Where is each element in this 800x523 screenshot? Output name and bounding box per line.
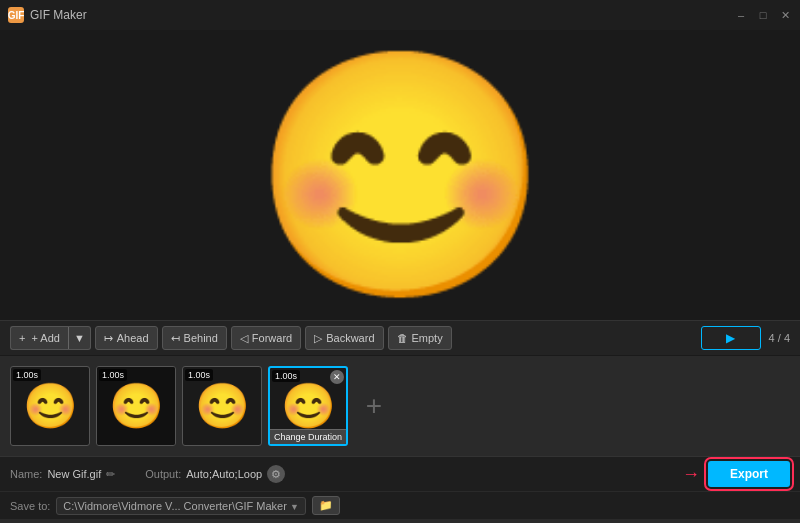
forward-button[interactable]: ◁ Forward — [231, 326, 301, 350]
behind-button[interactable]: ↤ Behind — [162, 326, 227, 350]
frame-3[interactable]: 1.00s 😊 — [182, 366, 262, 446]
trash-icon: 🗑 — [397, 332, 408, 344]
title-bar: GIF GIF Maker – □ ✕ — [0, 0, 800, 30]
empty-button[interactable]: 🗑 Empty — [388, 326, 452, 350]
add-group: + + Add ▼ — [10, 326, 91, 350]
settings-icon[interactable]: ⚙ — [267, 465, 285, 483]
save-bar: Save to: C:\Vidmore\Vidmore V... Convert… — [0, 491, 800, 519]
save-path: C:\Vidmore\Vidmore V... Converter\GIF Ma… — [56, 497, 306, 515]
ahead-button[interactable]: ↦ Ahead — [95, 326, 158, 350]
backward-button[interactable]: ▷ Backward — [305, 326, 383, 350]
play-area: ▶ 4 / 4 — [701, 326, 790, 350]
name-section: Name: New Gif.gif ✏ — [10, 468, 115, 481]
window-title: GIF Maker — [30, 8, 734, 22]
frame-1-duration: 1.00s — [13, 369, 41, 381]
frame-3-duration: 1.00s — [185, 369, 213, 381]
minimize-button[interactable]: – — [734, 8, 748, 22]
preview-area: 😊 — [0, 30, 800, 320]
preview-emoji: 😊 — [0, 30, 800, 320]
behind-icon: ↤ — [171, 332, 180, 345]
name-label: Name: — [10, 468, 42, 480]
frame-4[interactable]: 1.00s 😊 ✕ Change Duration — [268, 366, 348, 446]
forward-icon: ◁ — [240, 332, 248, 345]
output-label: Output: — [145, 468, 181, 480]
frame-2-duration: 1.00s — [99, 369, 127, 381]
frame-count: 4 / 4 — [769, 332, 790, 344]
name-value: New Gif.gif — [47, 468, 101, 480]
toolbar: + + Add ▼ ↦ Ahead ↤ Behind ◁ Forward ▷ B… — [0, 320, 800, 356]
add-frame-button[interactable]: + — [354, 366, 394, 446]
ahead-icon: ↦ — [104, 332, 113, 345]
frame-4-close-button[interactable]: ✕ — [330, 370, 344, 384]
timeline: 1.00s 😊 1.00s 😊 1.00s 😊 1.00s 😊 ✕ Change… — [0, 356, 800, 456]
add-arrow-icon: ▼ — [74, 332, 85, 344]
maximize-button[interactable]: □ — [756, 8, 770, 22]
save-path-arrow-icon: ▼ — [290, 502, 299, 512]
play-icon: ▶ — [726, 331, 735, 345]
close-button[interactable]: ✕ — [778, 8, 792, 22]
export-button[interactable]: Export — [708, 461, 790, 487]
frame-2[interactable]: 1.00s 😊 — [96, 366, 176, 446]
bottom-bar: Name: New Gif.gif ✏ Output: Auto;Auto;Lo… — [0, 456, 800, 491]
frame-4-duration: 1.00s — [272, 370, 300, 382]
play-button[interactable]: ▶ — [701, 326, 761, 350]
frame-1[interactable]: 1.00s 😊 — [10, 366, 90, 446]
output-section: Output: Auto;Auto;Loop ⚙ — [145, 465, 285, 483]
browse-folder-button[interactable]: 📁 — [312, 496, 340, 515]
folder-icon: 📁 — [319, 499, 333, 512]
app-icon: GIF — [8, 7, 24, 23]
window-controls: – □ ✕ — [734, 8, 792, 22]
add-dropdown-button[interactable]: ▼ — [69, 326, 91, 350]
edit-name-icon[interactable]: ✏ — [106, 468, 115, 481]
add-icon: + — [19, 332, 25, 344]
frame-4-tooltip: Change Duration — [268, 429, 348, 445]
add-button[interactable]: + + Add — [10, 326, 69, 350]
output-value: Auto;Auto;Loop — [186, 468, 262, 480]
save-label: Save to: — [10, 500, 50, 512]
export-arrow-indicator: → — [682, 464, 700, 485]
backward-icon: ▷ — [314, 332, 322, 345]
